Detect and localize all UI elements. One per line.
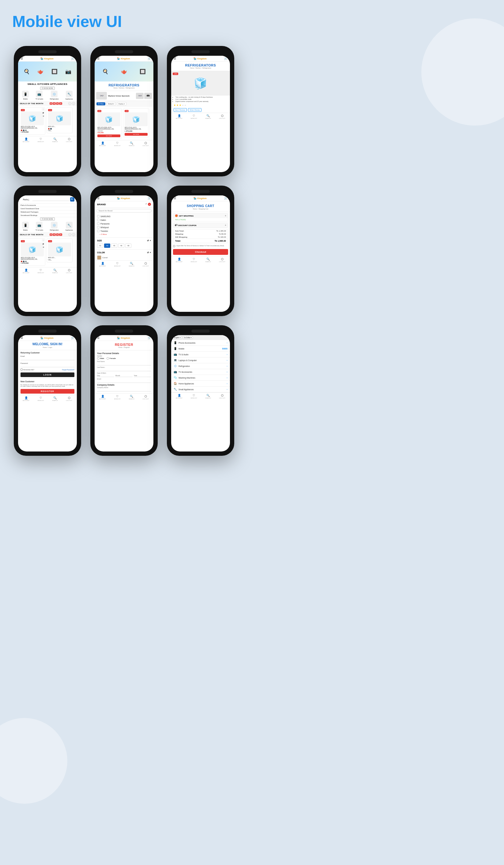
nav-srch-d[interactable]: 🔍 SEARCH (206, 114, 211, 119)
cat-refrigeration-2[interactable]: ❄️ Refrigeration (50, 222, 59, 231)
hamburger-ref[interactable]: ☰ (97, 57, 99, 60)
brand-samsung[interactable]: SAMSUNG (97, 215, 151, 218)
size-44[interactable]: 44 (104, 243, 110, 248)
comp-p1[interactable]: ⇄ (42, 242, 45, 245)
write-review-btn[interactable]: Write A Review (188, 108, 201, 112)
view-p1[interactable]: 👁 (42, 246, 45, 249)
male-option[interactable]: Male (97, 357, 104, 360)
cat-mobile-2[interactable]: 📱 Mobile (22, 222, 29, 231)
nav-logout[interactable]: ⬡ LOG OUT (66, 138, 72, 142)
nav-wish-r[interactable]: ♡ WISHLIST (114, 141, 121, 147)
nav-wish-l[interactable]: ♡ WISHLIST (38, 396, 44, 401)
showmore-btn-2[interactable]: ☰ SHOW MORE (40, 218, 55, 220)
wakeboard-link[interactable]: Wakeboard Packages (18, 210, 77, 214)
ref-card-1[interactable]: -19% 🧊 WFD-1F3-GDEL-KK R- M820VAG9PBX(G8… (96, 108, 122, 139)
nav-wishlist[interactable]: ♡ WISHLIST (38, 138, 44, 142)
cart-filter[interactable]: 🛒 (148, 197, 151, 200)
hamburger-reg[interactable]: ☰ (97, 336, 99, 339)
quickview-btn-1[interactable]: 👁 (42, 115, 45, 118)
discount-toggle[interactable]: + (225, 224, 226, 227)
parts-accessories-link[interactable]: Parts & Accessorie (18, 204, 77, 207)
refresh-icon[interactable]: ↺ (145, 203, 147, 206)
gift-toggle[interactable]: + (225, 215, 226, 217)
compare-btn-1[interactable]: ⇄ (42, 111, 45, 114)
register-button[interactable]: REGISTER (21, 389, 74, 394)
nav-srch-f[interactable]: 🔍 SEARCH (129, 262, 134, 267)
nav-srch-p[interactable]: 🔍 SEARCH (52, 269, 58, 274)
hamburger-filter[interactable]: ☰ (97, 197, 99, 200)
check-samsung[interactable] (97, 215, 99, 218)
color-add-icon[interactable]: + (150, 252, 151, 254)
brand-search-input[interactable] (96, 209, 152, 212)
male-radio[interactable] (97, 357, 99, 360)
cat-tv[interactable]: 📺 TV & Audio (36, 91, 43, 100)
hamburger-icon[interactable]: ☰ (21, 57, 23, 60)
check-daikin[interactable] (97, 219, 99, 221)
cart-ref[interactable]: 🛒 (148, 57, 151, 60)
brand-whirlpool[interactable]: Whirlpool (97, 226, 151, 229)
menu-tv-accessories[interactable]: 📺 TV Accessories › (171, 369, 230, 375)
nav-account[interactable]: 👤 ACCOUNT (23, 138, 30, 142)
brand-daikin[interactable]: Daikin (97, 218, 151, 222)
display-dropdown[interactable]: Display ▾ (117, 102, 127, 106)
size-45[interactable]: 45 (111, 243, 117, 248)
menu-laptops[interactable]: 💻 Laptops & Computer › (171, 357, 230, 363)
currency-selector[interactable]: Us Dollar ▾ (183, 336, 193, 339)
language-selector[interactable]: English ▾ (173, 336, 182, 339)
nav-srch-r[interactable]: 🔍 SEARCH (129, 141, 134, 147)
female-radio[interactable] (107, 357, 109, 360)
color-refresh-icon[interactable]: ↺ (147, 252, 149, 254)
cat-refrigeration[interactable]: ❄️ Refrigeration (50, 91, 59, 100)
nav-srch-reg[interactable]: 🔍 SEARCH (129, 395, 134, 400)
size-add-icon[interactable]: + (150, 240, 151, 242)
nav-lg-f[interactable]: ⬡ LOG OUT (143, 262, 149, 267)
menu-home-appliances[interactable]: 🏠 Home Appliances › (171, 381, 230, 387)
first-name-input[interactable] (97, 363, 151, 366)
cart-login[interactable]: 🛒 (71, 336, 74, 339)
nav-srch-c[interactable]: 🔍 SEARCH (206, 257, 211, 263)
nav-lg-reg[interactable]: ⬡ LOG OUT (143, 395, 149, 400)
buy-btn-1[interactable]: BUY NOW (97, 135, 120, 137)
buy-btn-2[interactable]: BUY NOW (125, 133, 148, 136)
size-48[interactable]: 48 (125, 243, 131, 248)
filter-button[interactable]: ☰ Filter (96, 102, 105, 105)
menu-washing[interactable]: 🫧 Washing Machines › (171, 375, 230, 381)
terms-checkbox[interactable] (173, 245, 175, 247)
female-option[interactable]: Female (107, 357, 116, 360)
last-name-input[interactable] (97, 368, 151, 371)
menu-mobile[interactable]: 📱 Mobile 5555 (171, 346, 230, 351)
check-transtec[interactable] (97, 230, 99, 232)
hamburger-cart[interactable]: ☰ (174, 197, 176, 200)
menu-refrigeration[interactable]: ❄️ Refrigeration › (171, 363, 230, 369)
wish-p1[interactable]: ♡ (42, 239, 45, 242)
next-arrow[interactable]: › (72, 102, 75, 105)
hamburger-login[interactable]: ☰ (21, 336, 23, 339)
brand-panasonic[interactable]: Panasonic (97, 222, 151, 226)
menu-small-appliances[interactable]: 🔧 Small Appliances › (171, 387, 230, 392)
nav-lg-m[interactable]: ⬡ LOG OUT (219, 394, 225, 399)
showmore-btn[interactable]: ☰ SHOW MORE (40, 87, 55, 90)
size-43[interactable]: 43 (97, 243, 103, 248)
nav-acc-l[interactable]: 👤 ACCOUNT (23, 396, 30, 401)
nav-acc-c[interactable]: 👤 ACCOUNT (176, 257, 183, 263)
cat-tv-2[interactable]: 📺 TV & Audio (36, 222, 43, 231)
nav-lg-r[interactable]: ⬡ LOG OUT (143, 141, 149, 147)
cart-reg[interactable]: 🛒 (148, 336, 151, 339)
checkout-button[interactable]: Checkout (173, 249, 228, 255)
nav-acc-d[interactable]: 👤 ACCOUNT (176, 114, 183, 119)
ref-card-2[interactable]: -15% 🧊 WFD-1F3-EL-KK R- M820VAG9PBX(G82)… (123, 108, 149, 137)
hamburger-detail[interactable]: ☰ (174, 57, 176, 60)
cart-icon[interactable]: 🛒 (71, 57, 74, 60)
product-card-p2[interactable]: -15% 🧊 WFD-1F3-... ৳ 3... (47, 238, 73, 263)
see-reviews-btn[interactable]: See 2 Reviews (174, 108, 187, 112)
month-input[interactable] (115, 374, 132, 377)
email-input[interactable] (21, 357, 74, 360)
nav-wish-m[interactable]: ♡ WISHLIST (191, 394, 197, 399)
search-input[interactable] (33, 198, 69, 201)
default-dropdown[interactable]: Default ▾ (107, 102, 116, 106)
product-card-2[interactable]: -15% 🧊 WFD-1F3-... ৳ 3... (47, 107, 73, 133)
menu-tv-audio[interactable]: 📺 TV & Audio › (171, 351, 230, 357)
cat-appliances[interactable]: 🔧 Appliances (66, 91, 73, 100)
cart-cart[interactable]: 🛒 (224, 197, 227, 200)
nav-acc-f[interactable]: 👤 ACCOUNT (99, 262, 106, 267)
